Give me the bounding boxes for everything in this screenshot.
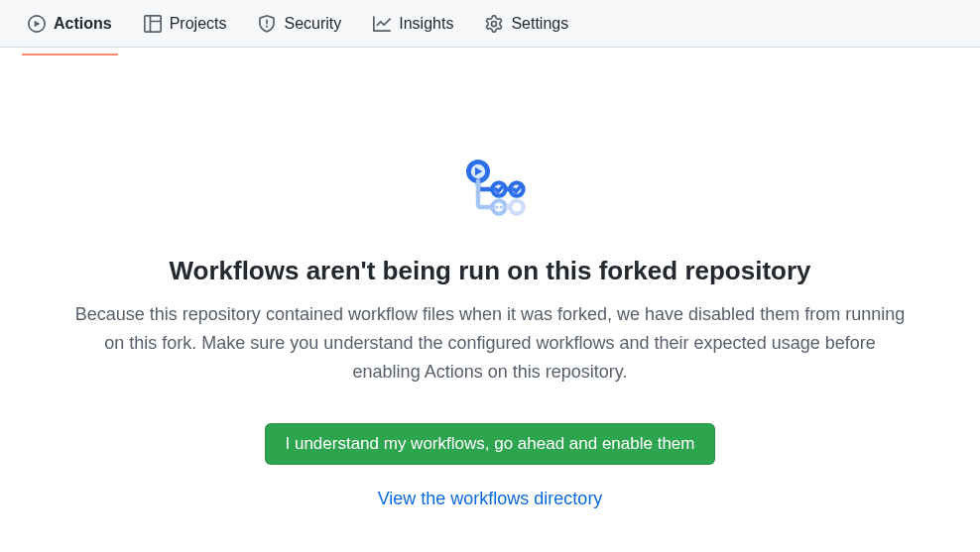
tab-projects[interactable]: Projects [132, 1, 239, 47]
tab-actions[interactable]: Actions [16, 1, 124, 47]
view-workflows-link[interactable]: View the workflows directory [378, 489, 603, 509]
play-icon [28, 15, 46, 33]
tab-label: Projects [170, 9, 227, 39]
tab-label: Actions [54, 9, 112, 39]
tab-label: Security [284, 9, 341, 39]
tab-security[interactable]: Security [246, 1, 353, 47]
tab-label: Settings [511, 9, 568, 39]
gear-icon [485, 15, 503, 33]
svg-point-5 [500, 206, 503, 209]
workflow-icon [454, 157, 526, 232]
blankslate: Workflows aren't being run on this forke… [0, 48, 980, 509]
tab-insights[interactable]: Insights [361, 1, 465, 47]
shield-icon [258, 15, 276, 33]
svg-point-6 [510, 200, 523, 213]
blankslate-body: Because this repository contained workfl… [73, 300, 907, 386]
tab-label: Insights [399, 9, 453, 39]
svg-point-3 [492, 200, 505, 213]
svg-point-4 [495, 206, 498, 209]
table-icon [144, 15, 162, 33]
graph-icon [373, 15, 391, 33]
repo-nav: Actions Projects Security Insights Setti… [0, 0, 980, 48]
tab-settings[interactable]: Settings [473, 1, 580, 47]
blankslate-headline: Workflows aren't being run on this forke… [169, 256, 810, 286]
enable-workflows-button[interactable]: I understand my workflows, go ahead and … [265, 423, 716, 465]
